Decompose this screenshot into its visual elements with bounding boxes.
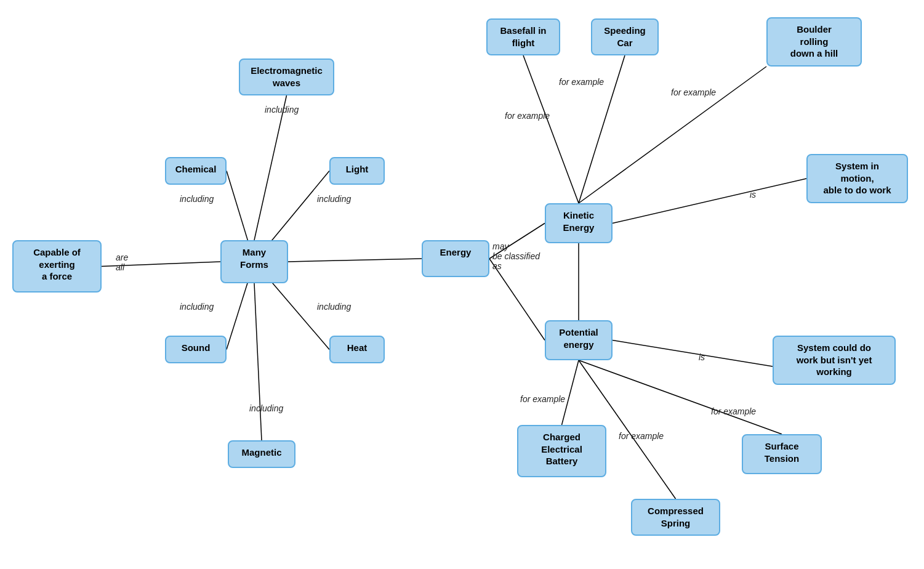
label-for-speeding: for example [559,77,604,87]
svg-line-16 [562,360,579,425]
node-kinetic-energy: KineticEnergy [545,203,613,243]
node-energy: Energy [422,240,489,277]
label-are-all: areall [116,252,128,272]
label-including-chem: including [180,194,214,204]
label-for-baseball: for example [505,111,550,121]
node-potential-energy: Potentialenergy [545,320,613,360]
node-boulder: Boulderrollingdown a hill [766,17,862,67]
svg-line-6 [254,283,262,440]
node-heat: Heat [329,336,385,363]
label-for-spring: for example [619,431,664,441]
node-system-motion: System inmotion,able to do work [806,154,908,203]
node-many-forms: ManyForms [220,240,288,283]
label-including-heat: including [317,302,351,312]
node-charged-battery: ChargedElectricalBattery [517,425,606,477]
node-chemical: Chemical [165,157,227,185]
svg-line-7 [288,259,422,262]
node-baseball: Basefall inflight [486,18,560,55]
label-for-boulder: for example [671,87,716,97]
node-compressed-spring: CompressedSpring [631,499,720,536]
svg-line-12 [613,341,773,367]
label-is-work: is [699,352,705,362]
svg-line-11 [613,179,806,224]
label-including-em: including [265,105,299,115]
node-surface-tension: SurfaceTension [742,434,822,474]
label-including-mag: including [249,403,283,413]
node-capable: Capable ofexertinga force [12,240,102,293]
node-speeding-car: SpeedingCar [591,18,659,55]
svg-line-1 [254,95,287,240]
label-including-sound: including [180,302,214,312]
label-is-motion: is [750,190,756,200]
label-including-light: including [317,194,351,204]
svg-line-18 [579,360,782,434]
node-magnetic: Magnetic [228,440,295,468]
label-for-surface: for example [711,406,756,416]
node-system-could: System could dowork but isn't yetworking [773,336,896,385]
node-sound: Sound [165,336,227,363]
label-classified: maybe classifiedas [492,241,540,271]
label-for-battery: for example [520,394,565,404]
node-light: Light [329,157,385,185]
node-electromagnetic: Electromagneticwaves [239,59,334,95]
